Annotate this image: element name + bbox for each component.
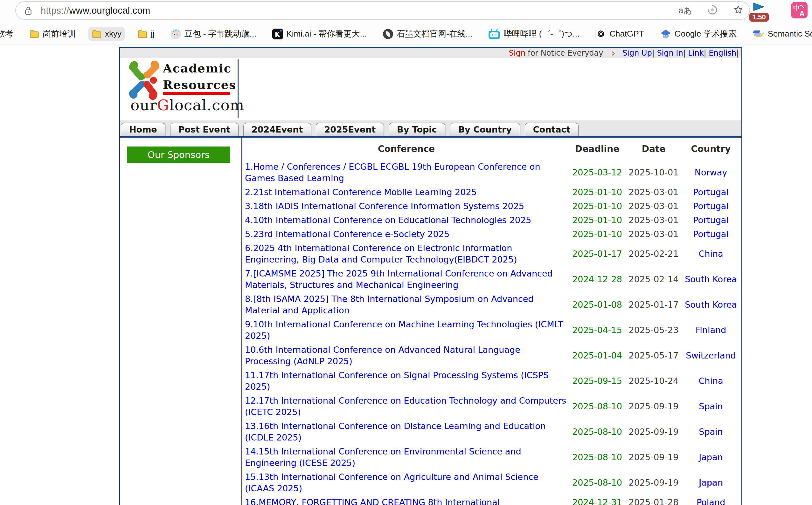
conference-link[interactable]: 8.[8th ISAMA 2025] The 8th International…	[245, 294, 533, 315]
topbar-link-english[interactable]: English	[709, 49, 736, 57]
logo-word-academic: Academic	[163, 61, 232, 75]
bookmark-label: 豆包 - 字节跳动旗...	[184, 28, 257, 39]
tab-post-event[interactable]: Post Event	[170, 123, 239, 136]
bookmark-label: Semantic Scholar |...	[768, 29, 812, 39]
country-link[interactable]: Finland	[696, 325, 726, 335]
topbar-link-link[interactable]: Link	[688, 49, 703, 57]
conference-link[interactable]: 9.10th International Conference on Machi…	[245, 319, 563, 341]
conference-link[interactable]: 16.MEMORY, FORGETTING AND CREATING 8th I…	[245, 497, 500, 505]
column-header-country: Country	[681, 138, 741, 160]
translate-page-icon[interactable]: aあ	[678, 5, 692, 16]
tab-home[interactable]: Home	[121, 123, 165, 136]
table-row: 13.16th International Conference on Dist…	[245, 419, 741, 445]
conference-link[interactable]: 15.13th International Conference on Agri…	[245, 472, 538, 493]
conference-link[interactable]: 13.16th International Conference on Dist…	[245, 421, 546, 443]
country-link[interactable]: China	[698, 249, 723, 259]
chatgpt-icon	[595, 29, 606, 39]
nav-tabs: HomePost Event2024Event2025EventBy Topic…	[120, 121, 741, 136]
column-header-deadline: Deadline	[568, 138, 627, 160]
conference-table: ConferenceDeadlineDateCountry 1.Home / C…	[245, 138, 741, 505]
page-container: Sign for Notice Everyday › Sign Up| Sign…	[119, 47, 742, 505]
country-link[interactable]: Spain	[699, 427, 723, 437]
table-row: 7.[ICAMSME 2025] The 2025 9th Internatio…	[245, 267, 741, 292]
table-row: 6.2025 4th International Conference on E…	[245, 241, 741, 267]
date-value: 2025-03-01	[627, 185, 681, 199]
bookmark-item[interactable]: Google 学术搜索	[657, 26, 740, 42]
conference-link[interactable]: 4.10th International Conference on Educa…	[245, 215, 531, 225]
swirl-icon[interactable]	[707, 5, 717, 16]
table-row: 12.17th International Conference on Educ…	[245, 394, 741, 419]
country-link[interactable]: Portugal	[693, 229, 729, 239]
conference-link[interactable]: 7.[ICAMSME 2025] The 2025 9th Internatio…	[245, 269, 553, 290]
country-link[interactable]: South Korea	[685, 300, 737, 310]
conference-link[interactable]: 12.17th International Conference on Educ…	[245, 396, 566, 417]
bookmark-label: 岗前培训	[43, 28, 76, 39]
translate-extension-icon[interactable]: 中A	[791, 2, 808, 20]
bookmark-item[interactable]: 豆包 - 字节跳动旗...	[167, 26, 260, 41]
url-bar[interactable]: https://www.ourglocal.com aあ	[15, 1, 750, 20]
bookmark-label: 软考	[0, 28, 13, 39]
date-value: 2025-02-21	[627, 241, 681, 267]
table-row: 3.18th IADIS International Conference In…	[245, 199, 741, 213]
conference-link[interactable]: 1.Home / Conferences / ECGBL ECGBL 19th …	[245, 162, 540, 183]
country-link[interactable]: South Korea	[685, 274, 737, 284]
deadline-value: 2025-01-08	[568, 292, 627, 318]
tab-by-topic[interactable]: By Topic	[389, 123, 445, 136]
bookmark-item[interactable]: 软考	[0, 26, 16, 41]
lock-icon[interactable]	[24, 6, 32, 15]
country-link[interactable]: Japan	[699, 478, 723, 488]
table-row: 11.17th International Conference on Sign…	[245, 368, 741, 394]
conference-link[interactable]: 2.21st International Conference Mobile L…	[245, 187, 477, 197]
bookmark-item[interactable]: Semantic Scholar |...	[749, 27, 812, 41]
bookmark-item[interactable]: KKimi.ai - 帮你看更大...	[269, 26, 370, 41]
date-value: 2025-03-01	[627, 199, 681, 213]
conference-link[interactable]: 11.17th International Conference on Sign…	[245, 370, 549, 391]
svg-text:K: K	[275, 30, 281, 38]
country-link[interactable]: Switzerland	[686, 351, 736, 360]
conference-link[interactable]: 5.23rd International Conference e-Societ…	[245, 229, 449, 239]
country-link[interactable]: Portugal	[693, 201, 729, 211]
bookmark-item[interactable]: 哔哩哔哩 (゜-゜)つ...	[485, 26, 583, 41]
topbar-links: Sign Up| Sign In| Link| English|	[623, 49, 739, 57]
table-row: 15.13th International Conference on Agri…	[245, 470, 741, 495]
country-link[interactable]: Spain	[699, 401, 723, 411]
our-sponsors-button[interactable]: Our Sponsors	[127, 147, 230, 163]
topbar-link-sign-up[interactable]: Sign Up	[623, 49, 652, 57]
country-link[interactable]: China	[698, 376, 723, 386]
logo-word-resources: Resources	[163, 78, 236, 92]
date-value: 2025-10-01	[627, 160, 681, 185]
bookmark-item[interactable]: jj	[134, 27, 158, 41]
bookmark-item[interactable]: ChatGPT	[592, 27, 647, 41]
deadline-value: 2025-01-04	[568, 343, 627, 368]
tab-contact[interactable]: Contact	[525, 123, 579, 136]
tab-by-country[interactable]: By Country	[450, 123, 520, 136]
bookmark-item[interactable]: xkyy	[89, 27, 125, 41]
url-text[interactable]: https://www.ourglocal.com	[41, 5, 150, 16]
conference-link[interactable]: 10.6th International Conference on Advan…	[245, 345, 520, 366]
date-value: 2025-05-17	[627, 343, 681, 368]
tab-2024event[interactable]: 2024Event	[243, 123, 311, 136]
browser-chrome: https://www.ourglocal.com aあ 1.50 中A	[0, 0, 812, 23]
favorite-star-icon[interactable]	[733, 4, 743, 16]
topbar-link-sign-in[interactable]: Sign In	[657, 49, 683, 57]
bookmark-item[interactable]: 石墨文档官网-在线...	[380, 26, 476, 41]
date-value: 2025-10-24	[627, 368, 681, 394]
conference-link[interactable]: 3.18th IADIS International Conference In…	[245, 201, 524, 211]
country-link[interactable]: Norway	[695, 167, 727, 177]
country-link[interactable]: Portugal	[693, 187, 729, 197]
country-link[interactable]: Poland	[696, 497, 725, 505]
tab-2025event[interactable]: 2025Event	[316, 123, 384, 136]
date-value: 2025-03-01	[627, 213, 681, 227]
country-link[interactable]: Japan	[699, 452, 723, 462]
date-value: 2025-09-19	[627, 394, 681, 419]
bookmark-item[interactable]: 岗前培训	[26, 26, 79, 41]
logo-domain: ourGlocal.com	[130, 96, 244, 114]
conference-link[interactable]: 6.2025 4th International Conference on E…	[245, 243, 517, 265]
table-row: 4.10th International Conference on Educa…	[245, 213, 741, 227]
folder-icon	[137, 29, 148, 38]
column-header-date: Date	[627, 138, 681, 160]
sidebar: Our Sponsors	[120, 138, 242, 505]
country-link[interactable]: Portugal	[693, 215, 729, 225]
conference-link[interactable]: 14.15th International Conference on Envi…	[245, 447, 521, 468]
doubao-icon	[170, 29, 181, 39]
